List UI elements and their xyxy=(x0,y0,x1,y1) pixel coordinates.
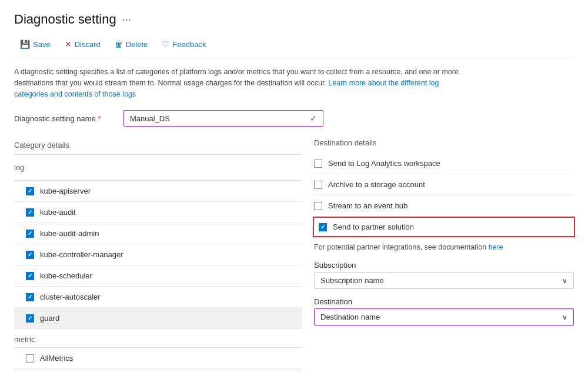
log-item-cluster-autoscaler[interactable]: cluster-autoscaler xyxy=(14,287,302,308)
more-options-icon[interactable]: ··· xyxy=(122,14,131,26)
destination-details-col: Destination details Send to Log Analytic… xyxy=(302,138,574,369)
log-item-label: guard xyxy=(40,314,59,323)
discard-label: Discard xyxy=(75,40,101,49)
dest-item-storage-account[interactable]: Archive to a storage account xyxy=(314,174,574,195)
subscription-value: Subscription name xyxy=(320,276,384,285)
checkbox-guard[interactable] xyxy=(26,314,34,323)
checkbox-kube-apiserver[interactable] xyxy=(26,187,34,195)
description-text: A diagnostic setting specifies a list of… xyxy=(14,67,461,99)
log-item-kube-audit-admin[interactable]: kube-audit-admin xyxy=(14,223,302,244)
dest-item-log-analytics[interactable]: Send to Log Analytics workspace xyxy=(314,153,574,174)
setting-name-value: Manual_DS xyxy=(130,114,170,123)
page-header: Diagnostic setting ··· xyxy=(14,12,574,27)
setting-name-row: Diagnostic setting name * Manual_DS ✓ xyxy=(14,110,574,127)
category-section-label: Category details xyxy=(14,141,302,150)
destination-value: Destination name xyxy=(320,313,380,321)
partner-note: For potential partner integrations, see … xyxy=(314,237,574,255)
metric-section-label: metric xyxy=(14,329,302,347)
checkbox-partner-solution[interactable] xyxy=(319,223,327,231)
subscription-label: Subscription xyxy=(314,261,574,270)
destination-section-label: Destination details xyxy=(314,138,574,147)
log-item-label: kube-controller-manager xyxy=(40,250,123,259)
dest-item-label: Send to partner solution xyxy=(333,222,414,231)
log-item-kube-apiserver[interactable]: kube-apiserver xyxy=(14,181,302,202)
delete-label: Delete xyxy=(126,40,148,49)
save-button[interactable]: 💾 Save xyxy=(14,36,56,52)
partner-doc-link[interactable]: here xyxy=(489,243,503,251)
subscription-dropdown-arrow: ∨ xyxy=(562,277,567,285)
checkbox-kube-audit-admin[interactable] xyxy=(26,230,34,238)
setting-name-input[interactable]: Manual_DS ✓ xyxy=(123,110,323,127)
discard-icon: ✕ xyxy=(65,39,72,49)
dest-item-label: Archive to a storage account xyxy=(328,180,425,189)
log-item-kube-scheduler[interactable]: kube-scheduler xyxy=(14,265,302,287)
checkbox-kube-scheduler[interactable] xyxy=(26,272,34,280)
log-item-label: cluster-autoscaler xyxy=(40,293,101,301)
category-details-col: Category details log kube-apiserver kube… xyxy=(14,138,302,369)
checkbox-storage-account[interactable] xyxy=(314,181,322,189)
destination-dropdown[interactable]: Destination name ∨ xyxy=(314,308,574,325)
delete-button[interactable]: 🗑 Delete xyxy=(109,36,154,52)
subscription-field: Subscription Subscription name ∨ xyxy=(314,261,574,289)
check-icon: ✓ xyxy=(310,114,317,123)
feedback-label: Feedback xyxy=(172,40,206,49)
destination-dropdown-arrow: ∨ xyxy=(562,313,567,321)
checkbox-kube-audit[interactable] xyxy=(26,208,34,217)
destination-field: Destination Destination name ∨ xyxy=(314,297,574,325)
log-item-kube-audit[interactable]: kube-audit xyxy=(14,202,302,223)
page-title: Diagnostic setting xyxy=(14,12,116,27)
destination-label: Destination xyxy=(314,297,574,306)
dest-item-label: Send to Log Analytics workspace xyxy=(328,159,440,168)
dest-item-label: Stream to an event hub xyxy=(328,201,407,210)
save-label: Save xyxy=(33,40,51,49)
log-section-label: log xyxy=(14,157,302,175)
checkbox-log-analytics[interactable] xyxy=(314,160,322,168)
log-item-label: kube-audit-admin xyxy=(40,229,99,238)
main-content: Category details log kube-apiserver kube… xyxy=(14,138,574,369)
toolbar: 💾 Save ✕ Discard 🗑 Delete ♡ Feedback xyxy=(14,36,574,58)
discard-button[interactable]: ✕ Discard xyxy=(59,36,106,52)
metric-item-allmetrics[interactable]: AllMetrics xyxy=(14,348,302,369)
checkbox-cluster-autoscaler[interactable] xyxy=(26,293,34,301)
log-item-kube-controller-manager[interactable]: kube-controller-manager xyxy=(14,244,302,265)
delete-icon: 🗑 xyxy=(115,39,123,49)
log-items-list: kube-apiserver kube-audit kube-audit-adm… xyxy=(14,181,302,329)
setting-name-label: Diagnostic setting name * xyxy=(14,114,114,123)
checkbox-event-hub[interactable] xyxy=(314,202,322,210)
log-item-label: kube-scheduler xyxy=(40,271,92,280)
dest-item-partner-solution[interactable]: Send to partner solution xyxy=(313,217,575,237)
save-icon: 💾 xyxy=(20,39,30,49)
checkbox-allmetrics[interactable] xyxy=(26,354,34,363)
log-item-label: kube-audit xyxy=(40,208,76,217)
feedback-icon: ♡ xyxy=(162,39,169,49)
subscription-dropdown[interactable]: Subscription name ∨ xyxy=(314,272,574,289)
checkbox-kube-controller-manager[interactable] xyxy=(26,251,34,259)
log-item-guard[interactable]: guard xyxy=(14,308,302,329)
metric-item-label: AllMetrics xyxy=(40,354,73,363)
log-item-label: kube-apiserver xyxy=(40,187,91,195)
dest-item-event-hub[interactable]: Stream to an event hub xyxy=(314,195,574,217)
metric-section: metric AllMetrics xyxy=(14,329,302,369)
feedback-button[interactable]: ♡ Feedback xyxy=(156,36,212,52)
